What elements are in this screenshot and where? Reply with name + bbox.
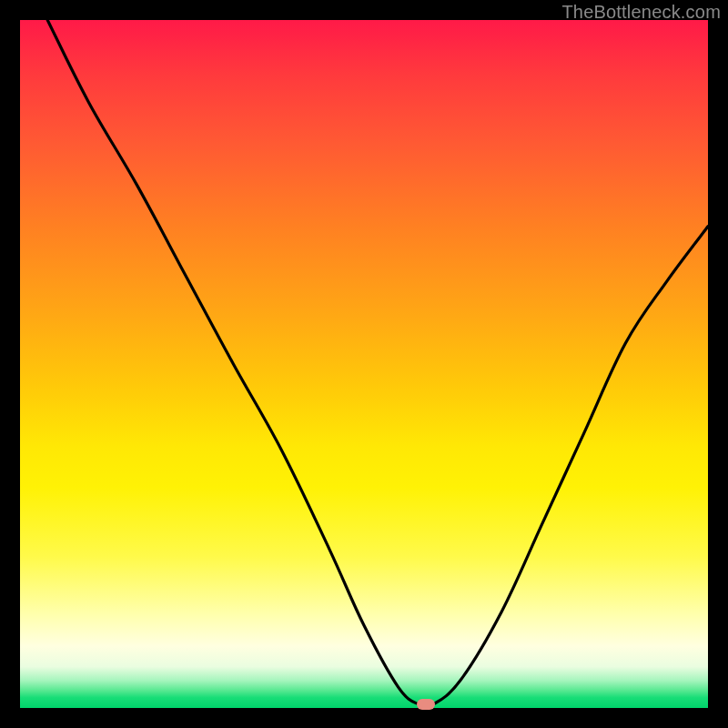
bottleneck-curve-path <box>47 20 708 707</box>
curve-svg <box>20 20 708 708</box>
chart-container: TheBottleneck.com <box>0 0 728 728</box>
optimal-marker <box>417 699 435 710</box>
plot-area <box>20 20 708 708</box>
